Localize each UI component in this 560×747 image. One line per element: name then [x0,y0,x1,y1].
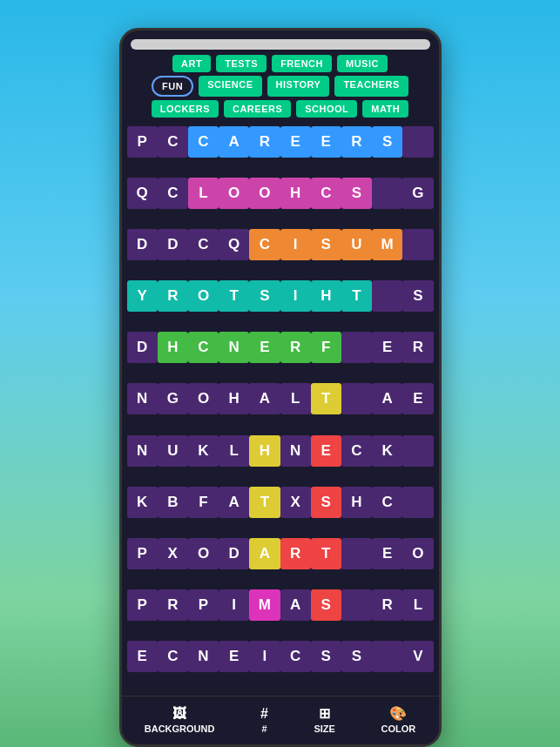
grid-cell[interactable] [402,435,433,467]
grid-cell[interactable] [341,332,372,363]
bottom-item-color[interactable]: 🎨COLOR [381,705,415,734]
grid-cell[interactable]: S [311,641,341,672]
grid-cell[interactable]: A [280,589,311,621]
grid-cell[interactable]: E [402,383,433,414]
grid-cell[interactable]: C [158,126,188,158]
grid-cell[interactable]: O [249,178,280,209]
grid-cell[interactable]: X [158,538,188,569]
grid-cell[interactable]: E [372,538,402,569]
grid-cell[interactable]: H [341,487,372,518]
grid-cell[interactable]: O [402,538,433,569]
grid-cell[interactable]: M [249,589,280,621]
grid-cell[interactable] [372,280,402,312]
grid-cell[interactable]: T [219,280,249,312]
bottom-item-size[interactable]: ⊞SIZE [314,705,334,734]
grid-cell[interactable]: S [372,126,402,158]
grid-cell[interactable]: O [188,538,219,569]
grid-cell[interactable]: C [188,126,219,158]
grid-cell[interactable]: C [188,332,219,363]
grid-cell[interactable]: V [402,641,433,672]
grid-cell[interactable]: D [127,229,158,260]
grid-cell[interactable] [372,641,402,672]
grid-cell[interactable]: R [280,538,311,569]
grid-cell[interactable]: A [219,126,249,158]
grid-cell[interactable]: L [219,435,249,467]
grid-cell[interactable]: B [158,487,188,518]
grid-cell[interactable]: O [219,178,249,209]
chip-art[interactable]: ART [172,55,211,72]
chip-school[interactable]: SCHOOL [296,100,357,118]
chip-history[interactable]: HISTORY [267,76,330,97]
grid-cell[interactable] [402,229,433,260]
grid-cell[interactable] [341,589,372,621]
grid-cell[interactable] [402,126,433,158]
grid-cell[interactable]: E [127,641,158,672]
grid-cell[interactable]: E [372,332,402,363]
grid-cell[interactable]: K [372,435,402,467]
grid-cell[interactable]: N [219,332,249,363]
chip-lockers[interactable]: LOCKERS [152,100,219,118]
grid-cell[interactable]: H [280,178,311,209]
grid-cell[interactable]: N [188,641,219,672]
grid-cell[interactable]: E [280,126,311,158]
grid-cell[interactable]: R [341,126,372,158]
grid-cell[interactable]: D [127,332,158,363]
grid-cell[interactable]: A [372,383,402,414]
grid-cell[interactable]: I [280,229,311,260]
chip-fun[interactable]: FUN [152,76,193,97]
grid-cell[interactable]: D [219,538,249,569]
grid-cell[interactable]: N [127,435,158,467]
grid-cell[interactable]: H [219,383,249,414]
grid-cell[interactable]: H [249,435,280,467]
grid-cell[interactable]: K [127,487,158,518]
bottom-item-#[interactable]: ## [260,706,268,734]
grid-cell[interactable]: T [311,383,341,414]
grid-cell[interactable]: D [158,229,188,260]
grid-cell[interactable]: S [249,280,280,312]
grid-cell[interactable]: A [219,487,249,518]
chip-music[interactable]: MUSIC [337,55,388,72]
grid-cell[interactable]: H [311,280,341,312]
grid-cell[interactable]: M [372,229,402,260]
grid-cell[interactable]: L [280,383,311,414]
grid-cell[interactable]: C [280,641,311,672]
grid-cell[interactable] [372,178,402,209]
grid-cell[interactable]: G [158,383,188,414]
grid-cell[interactable]: K [188,435,219,467]
grid-cell[interactable]: C [249,229,280,260]
grid-cell[interactable]: L [402,589,433,621]
grid-cell[interactable]: S [341,178,372,209]
grid-cell[interactable]: T [341,280,372,312]
grid-cell[interactable]: S [341,641,372,672]
chip-french[interactable]: FRENCH [272,55,332,72]
chip-careers[interactable]: CAREERS [224,100,291,118]
grid-cell[interactable]: E [311,126,341,158]
grid-cell[interactable]: L [188,178,219,209]
grid-cell[interactable]: S [311,229,341,260]
grid-cell[interactable]: C [372,487,402,518]
grid-cell[interactable]: S [311,589,341,621]
grid-cell[interactable]: H [158,332,188,363]
grid-cell[interactable]: A [249,538,280,569]
grid-cell[interactable]: T [311,538,341,569]
grid-cell[interactable]: R [402,332,433,363]
grid-cell[interactable]: X [280,487,311,518]
grid-cell[interactable]: R [249,126,280,158]
grid-cell[interactable]: C [311,178,341,209]
grid-cell[interactable]: Q [127,178,158,209]
grid-cell[interactable]: U [341,229,372,260]
grid-cell[interactable]: N [280,435,311,467]
chip-math[interactable]: MATH [362,100,408,118]
grid-cell[interactable]: R [280,332,311,363]
chip-tests[interactable]: TESTS [216,55,267,72]
grid-cell[interactable]: E [219,641,249,672]
grid-cell[interactable]: C [341,435,372,467]
grid-cell[interactable] [402,487,433,518]
grid-cell[interactable]: P [127,589,158,621]
grid-cell[interactable]: O [188,280,219,312]
grid-cell[interactable]: R [158,280,188,312]
grid-cell[interactable]: C [158,178,188,209]
grid-cell[interactable]: P [188,589,219,621]
grid-cell[interactable]: P [127,126,158,158]
grid-cell[interactable]: E [249,332,280,363]
